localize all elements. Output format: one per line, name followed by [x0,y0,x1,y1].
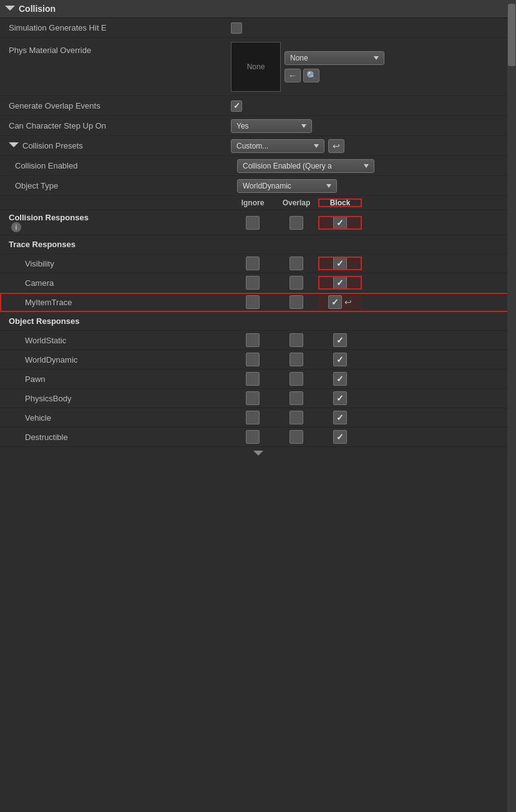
collision-enabled-arrow-icon [364,164,369,168]
simulation-generates-hit-label: Simulation Generates Hit E [6,23,231,32]
can-character-step-up-value: Yes [231,119,510,133]
block-col-header: Block [318,198,362,207]
destructible-block-checkbox[interactable] [333,430,347,444]
collision-section-header[interactable]: Collision [0,0,516,18]
destructible-row: Destructible [0,428,516,447]
visibility-block-cell [318,257,362,270]
reset-icon: ↩ [333,141,340,151]
collision-responses-block-checkbox[interactable] [333,216,347,230]
phys-material-value: None None ← 🔍 [231,42,384,92]
myitemtrace-ignore-cell [231,295,275,309]
collision-responses-row: Collision Responses i [0,210,516,235]
object-type-arrow-icon [326,184,331,188]
physicsbody-overlap-checkbox[interactable] [290,391,303,405]
phys-material-back-button[interactable]: ← [285,69,301,82]
visibility-ignore-checkbox[interactable] [246,257,260,270]
myitemtrace-block-checkbox[interactable] [328,295,342,309]
camera-block-checkbox[interactable] [333,276,347,290]
generate-overlap-events-checkbox[interactable] [231,100,242,112]
ignore-col-header: Ignore [231,198,275,207]
collision-presets-arrow-icon [314,144,319,148]
down-arrow-row[interactable] [0,447,516,459]
vehicle-block-checkbox[interactable] [333,411,347,424]
down-arrow-icon [253,451,263,456]
worldstatic-block-cell [318,333,362,347]
scrollbar-thumb[interactable] [508,4,515,66]
collision-responses-overlap-checkbox[interactable] [290,216,303,230]
phys-material-dropdown[interactable]: None [285,51,384,65]
simulation-generates-hit-checkbox[interactable] [231,22,242,34]
vehicle-overlap-checkbox[interactable] [290,411,303,424]
visibility-label: Visibility [6,259,231,268]
worlddynamic-block-checkbox[interactable] [333,353,347,366]
scrollbar[interactable] [507,0,516,812]
generate-overlap-events-row: Generate Overlap Events [0,96,516,116]
myitemtrace-reset-icon[interactable]: ↩ [344,297,352,307]
can-character-step-up-label: Can Character Step Up On [6,121,231,130]
camera-overlap-checkbox[interactable] [290,276,303,290]
pawn-row: Pawn [0,369,516,389]
object-responses-section-label: Object Responses [6,316,231,326]
worldstatic-block-checkbox[interactable] [333,333,347,347]
myitemtrace-block-cell: ↩ [318,295,362,309]
can-character-step-up-dropdown[interactable]: Yes [231,119,312,133]
visibility-block-checkbox[interactable] [333,257,347,270]
generate-overlap-events-label: Generate Overlap Events [6,101,231,110]
pawn-label: Pawn [6,374,231,384]
phys-material-search-button[interactable]: 🔍 [303,69,319,82]
vehicle-ignore-checkbox[interactable] [246,411,260,424]
object-type-label: Object Type [12,181,237,190]
physicsbody-ignore-checkbox[interactable] [246,391,260,405]
pawn-ignore-checkbox[interactable] [246,372,260,386]
phys-material-label: Phys Material Override [6,42,231,55]
myitemtrace-overlap-checkbox[interactable] [290,295,303,309]
physicsbody-block-cell [318,391,362,405]
simulation-generates-hit-row: Simulation Generates Hit E [0,18,516,38]
vehicle-block-cell [318,411,362,424]
collision-presets-dropdown[interactable]: Custom... [231,139,324,153]
pawn-overlap-checkbox[interactable] [290,372,303,386]
camera-overlap-cell [275,276,318,290]
camera-label: Camera [6,278,231,288]
worlddynamic-overlap-checkbox[interactable] [290,353,303,366]
collision-responses-info-icon[interactable]: i [11,222,21,232]
collision-presets-reset-button[interactable]: ↩ [328,139,344,153]
object-responses-section-row: Object Responses [0,312,516,331]
worlddynamic-ignore-checkbox[interactable] [246,353,260,366]
camera-row: Camera [0,273,516,293]
worldstatic-overlap-checkbox[interactable] [290,333,303,347]
camera-ignore-checkbox[interactable] [246,276,260,290]
phys-material-thumbnail[interactable]: None [231,42,281,92]
collision-responses-ignore-checkbox[interactable] [246,216,260,230]
trace-responses-section-row: Trace Responses [0,235,516,254]
collision-enabled-dropdown[interactable]: Collision Enabled (Query a [237,159,374,173]
collision-panel: Collision Simulation Generates Hit E Phy… [0,0,516,472]
pawn-block-cell [318,372,362,386]
object-type-dropdown-value: WorldDynamic [243,182,291,190]
pawn-block-checkbox[interactable] [333,372,347,386]
destructible-checkboxes [231,430,362,444]
physicsbody-block-checkbox[interactable] [333,391,347,405]
collision-presets-label[interactable]: Collision Presets [6,141,231,150]
vehicle-row: Vehicle [0,408,516,428]
destructible-overlap-checkbox[interactable] [290,430,303,444]
collision-enabled-value: Collision Enabled (Query a [237,159,510,173]
destructible-overlap-cell [275,430,318,444]
worldstatic-ignore-checkbox[interactable] [246,333,260,347]
collision-responses-overlap-cell [275,216,318,230]
destructible-ignore-cell [231,430,275,444]
worlddynamic-overlap-cell [275,353,318,366]
object-type-dropdown[interactable]: WorldDynamic [237,179,337,193]
myitemtrace-ignore-checkbox[interactable] [246,295,260,309]
pawn-overlap-cell [275,372,318,386]
worldstatic-row: WorldStatic [0,331,516,350]
collision-presets-value: Custom... ↩ [231,139,510,153]
worlddynamic-label: WorldDynamic [6,355,231,364]
destructible-ignore-checkbox[interactable] [246,430,260,444]
generate-overlap-events-value [231,100,510,112]
visibility-overlap-checkbox[interactable] [290,257,303,270]
worldstatic-overlap-cell [275,333,318,347]
visibility-overlap-cell [275,257,318,270]
phys-material-icon-row: ← 🔍 [285,69,384,82]
pawn-ignore-cell [231,372,275,386]
